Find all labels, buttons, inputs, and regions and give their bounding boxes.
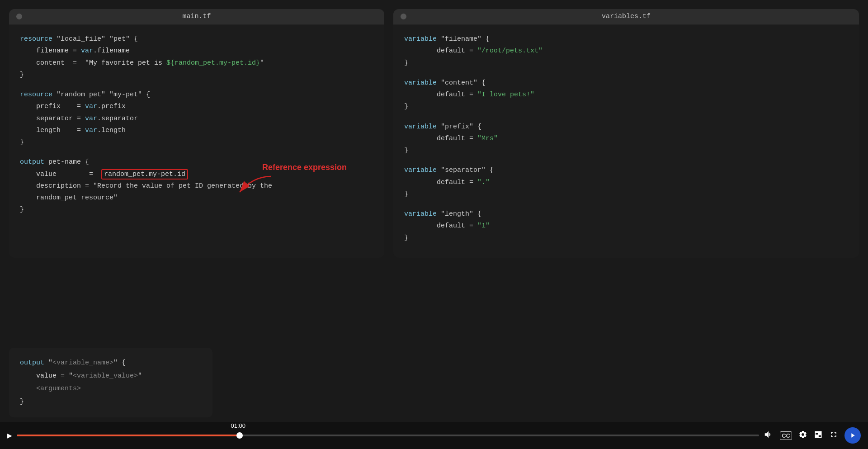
code-line: length = var.length xyxy=(20,125,373,137)
var-filename: variable "filename" { default = "/root/p… xyxy=(404,33,848,69)
main-content: main.tf resource "local_file" "pet" { fi… xyxy=(0,0,868,262)
snippet-line-2: value = "<variable_value>" xyxy=(20,370,202,383)
right-titlebar: variables.tf xyxy=(393,9,859,24)
code-line: } xyxy=(404,232,848,244)
right-window-title: variables.tf xyxy=(602,13,651,20)
control-icons-group: CC xyxy=(764,427,861,444)
miniplayer-icon[interactable] xyxy=(814,430,823,441)
snippet-line-1: output "<variable_name>" { xyxy=(20,357,202,370)
code-line: default = "/root/pets.txt" xyxy=(404,45,848,57)
cc-icon[interactable]: CC xyxy=(780,431,792,440)
code-line: resource "local_file" "pet" { xyxy=(20,33,373,45)
code-line: resource "random_pet" "my-pet" { xyxy=(20,89,373,101)
code-line: default = "." xyxy=(404,177,848,189)
code-block-2: resource "random_pet" "my-pet" { prefix … xyxy=(20,89,373,148)
code-line: output pet-name { xyxy=(20,156,373,168)
var-separator: variable "separator" { default = "." } xyxy=(404,165,848,200)
code-line: } xyxy=(404,101,848,113)
code-line: random_pet resource" xyxy=(20,192,373,204)
bottom-snippet: output "<variable_name>" { value = "<var… xyxy=(9,348,212,417)
left-window-body: resource "local_file" "pet" { filename =… xyxy=(9,24,384,233)
code-line: prefix = var.prefix xyxy=(20,101,373,113)
var-prefix: variable "prefix" { default = "Mrs" } xyxy=(404,121,848,157)
progress-fill xyxy=(17,435,240,436)
progress-thumb[interactable]: 01:00 xyxy=(236,432,243,439)
main-tf-window: main.tf resource "local_file" "pet" { fi… xyxy=(9,9,384,258)
right-window-body: variable "filename" { default = "/root/p… xyxy=(393,24,859,258)
code-line: variable "separator" { xyxy=(404,165,848,176)
titlebar-dot xyxy=(16,14,22,19)
settings-icon[interactable] xyxy=(798,430,807,441)
code-line: default = "1" xyxy=(404,220,848,232)
code-line: } xyxy=(20,69,373,81)
code-line: } xyxy=(404,57,848,69)
code-line: default = "I love pets!" xyxy=(404,89,848,101)
code-line: value = random_pet.my-pet.id xyxy=(20,169,373,180)
var-length: variable "length" { default = "1" } xyxy=(404,208,848,244)
code-line: content = "My favorite pet is ${random_p… xyxy=(20,57,373,69)
snippet-line-4: } xyxy=(20,396,202,409)
left-titlebar: main.tf xyxy=(9,9,384,24)
time-label: 01:00 xyxy=(231,422,245,429)
code-line: description = "Record the value of pet I… xyxy=(20,180,373,192)
play-button[interactable]: ▶ xyxy=(7,430,12,440)
titlebar-dot-right xyxy=(401,14,406,19)
code-line: variable "prefix" { xyxy=(404,121,848,133)
code-line: filename = var.filename xyxy=(20,45,373,57)
code-line: variable "length" { xyxy=(404,208,848,220)
code-line: } xyxy=(404,145,848,156)
code-line: } xyxy=(20,137,373,148)
code-block-1: resource "local_file" "pet" { filename =… xyxy=(20,33,373,81)
video-controls[interactable]: ▶ 01:00 CC xyxy=(0,422,868,449)
left-window-title: main.tf xyxy=(182,13,211,20)
variables-tf-window: variables.tf variable "filename" { defau… xyxy=(393,9,859,258)
code-line: } xyxy=(20,204,373,216)
code-line: } xyxy=(404,189,848,200)
var-content: variable "content" { default = "I love p… xyxy=(404,77,848,113)
code-line: variable "filename" { xyxy=(404,33,848,45)
code-line: separator = var.separator xyxy=(20,113,373,125)
progress-bar[interactable]: 01:00 xyxy=(17,435,759,436)
code-line: variable "content" { xyxy=(404,77,848,89)
nav-next-button[interactable] xyxy=(844,427,861,444)
code-block-3: output pet-name { value = random_pet.my-… xyxy=(20,156,373,216)
volume-icon[interactable] xyxy=(764,430,774,442)
fullscreen-icon[interactable] xyxy=(829,430,838,441)
snippet-line-3: <arguments> xyxy=(20,383,202,396)
code-line: default = "Mrs" xyxy=(404,133,848,145)
